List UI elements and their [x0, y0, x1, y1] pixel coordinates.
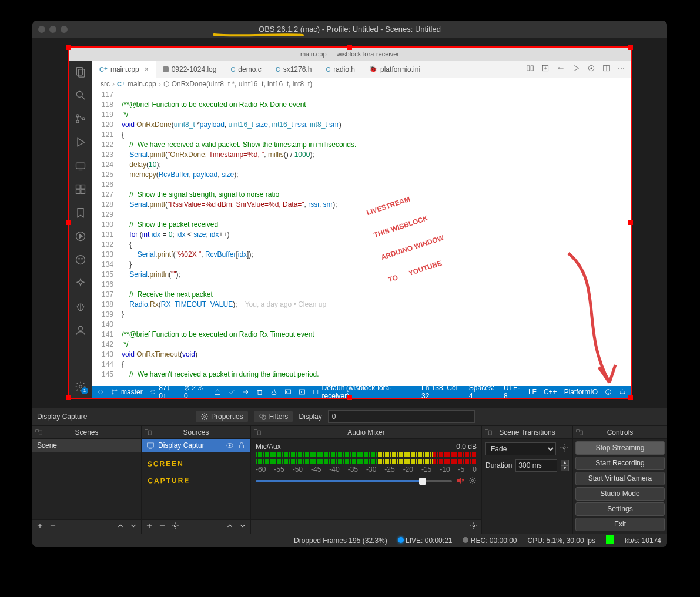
split-icon[interactable]	[602, 64, 611, 74]
pio-upload-icon[interactable]	[242, 388, 249, 395]
visibility-icon[interactable]	[226, 441, 234, 450]
pio-build-icon[interactable]	[228, 388, 235, 395]
filters-button[interactable]: Filters	[254, 411, 293, 422]
tab-label: platformio.ini	[380, 65, 420, 73]
svg-point-23	[79, 327, 83, 331]
tab-platformio-ini[interactable]: 🐞platformio.ini	[362, 61, 427, 78]
volume-slider[interactable]	[256, 480, 452, 482]
compare-icon[interactable]	[526, 64, 534, 74]
scene-item[interactable]: Scene	[32, 439, 141, 452]
resize-handle[interactable]	[628, 395, 633, 400]
breadcrumb-item[interactable]: src	[101, 80, 110, 88]
platformio-icon[interactable]	[74, 253, 87, 266]
new-window-icon[interactable]	[541, 64, 550, 74]
code-content[interactable]: /**@brief Function to be executed on Rad…	[122, 90, 631, 386]
mute-icon[interactable]	[455, 476, 465, 487]
resize-handle[interactable]	[347, 395, 352, 400]
live-status: LIVE: 00:00:21	[398, 536, 453, 545]
go-back-icon[interactable]	[557, 64, 565, 74]
add-icon[interactable]	[145, 522, 153, 532]
language-mode[interactable]: C++	[544, 388, 557, 396]
explorer-icon[interactable]	[74, 65, 87, 78]
remote-indicator[interactable]	[97, 388, 104, 395]
display-select[interactable]	[328, 410, 475, 423]
bell-icon[interactable]	[619, 388, 626, 395]
remove-icon[interactable]	[49, 522, 57, 532]
tab-main-cpp[interactable]: C⁺main.cpp×	[92, 61, 156, 78]
bookmark-icon[interactable]	[74, 206, 87, 219]
breadcrumb-item[interactable]: OnRxDone(uint8_t *, uint16_t, int16_t, i…	[172, 80, 312, 88]
sparkle-icon[interactable]	[74, 277, 87, 290]
pio-clean-icon[interactable]	[256, 388, 263, 395]
start-virtual-camera-button[interactable]: Start Virtual Camera	[575, 472, 665, 485]
audio-settings-icon[interactable]	[468, 477, 477, 487]
pio-monitor-icon[interactable]	[284, 388, 292, 395]
extensions-icon[interactable]	[74, 183, 87, 196]
resize-handle[interactable]	[628, 45, 633, 50]
breadcrumb-item[interactable]: main.cpp	[128, 80, 156, 88]
feedback-icon[interactable]	[605, 388, 612, 395]
indentation[interactable]: Spaces: 4	[469, 384, 497, 398]
pio-test-icon[interactable]	[270, 388, 277, 395]
platformio-status[interactable]: PlatformIO	[564, 388, 598, 396]
breadcrumb[interactable]: src› C⁺main.cpp› ⬡OnRxDone(uint8_t *, ui…	[92, 78, 631, 90]
sources-list[interactable]: Display Captur SCREEN CAPTURE	[142, 439, 250, 519]
tab-sx1276-h[interactable]: Csx1276.h	[269, 61, 319, 78]
tab-radio-h[interactable]: Cradio.h	[319, 61, 362, 78]
exit-button[interactable]: Exit	[575, 518, 665, 531]
run-debug-icon[interactable]	[74, 136, 87, 149]
duration-input[interactable]	[515, 459, 557, 472]
run-icon[interactable]	[572, 64, 580, 74]
scenes-list[interactable]: Scene	[32, 439, 141, 519]
pio-terminal-icon[interactable]	[299, 388, 306, 395]
resize-handle[interactable]	[66, 220, 71, 225]
eol[interactable]: LF	[528, 388, 537, 396]
close-icon[interactable]: ×	[145, 65, 149, 73]
pio-env[interactable]: Default (wisblock-lora-receiver)	[313, 384, 407, 398]
display-icon	[146, 441, 155, 450]
git-sync[interactable]: 87↓ 0↑	[150, 384, 177, 398]
move-up-icon[interactable]	[116, 522, 125, 532]
tab-demo-c[interactable]: Cdemo.c	[223, 61, 268, 78]
remove-icon[interactable]	[158, 522, 166, 532]
resize-handle[interactable]	[66, 395, 71, 400]
transition-settings-icon[interactable]	[560, 443, 569, 454]
source-item[interactable]: Display Captur	[142, 439, 250, 452]
bug-icon[interactable]	[74, 300, 87, 313]
settings-button[interactable]: Settings	[575, 502, 665, 516]
svg-rect-11	[81, 185, 85, 189]
studio-mode-button[interactable]: Studio Mode	[575, 487, 665, 501]
remote-icon[interactable]	[74, 159, 87, 172]
start-recording-button[interactable]: Start Recording	[575, 457, 665, 470]
source-control-icon[interactable]	[74, 112, 87, 125]
settings-icon[interactable]	[171, 522, 179, 532]
transition-select[interactable]: Fade	[485, 442, 556, 455]
resize-handle[interactable]	[66, 45, 71, 50]
move-up-icon[interactable]	[226, 522, 234, 532]
move-down-icon[interactable]	[129, 522, 138, 532]
pio-home-icon[interactable]	[214, 388, 221, 395]
account-icon[interactable]	[74, 324, 87, 337]
move-down-icon[interactable]	[239, 522, 247, 532]
git-branch[interactable]: master	[111, 388, 143, 396]
settings-gear-icon[interactable]: 1	[74, 380, 87, 393]
resize-handle[interactable]	[347, 45, 352, 50]
problems[interactable]: ⊘ 2 ⚠ 0	[184, 384, 207, 398]
play-circle-icon[interactable]	[74, 230, 87, 243]
debug-icon[interactable]	[587, 64, 595, 74]
stop-streaming-button[interactable]: Stop Streaming	[575, 441, 665, 455]
audio-advanced-icon[interactable]	[470, 522, 478, 532]
more-icon[interactable]: ⋯	[618, 64, 625, 74]
properties-button[interactable]: Properties	[196, 411, 248, 422]
tab-log[interactable]: 0922-1024.log	[156, 61, 224, 78]
preview-area[interactable]: main.cpp — wisblock-lora-receiver	[32, 38, 667, 408]
capture-bounding-box[interactable]: main.cpp — wisblock-lora-receiver	[68, 46, 632, 399]
resize-handle[interactable]	[628, 220, 633, 225]
duration-spinner[interactable]: ▲▼	[561, 460, 569, 471]
add-icon[interactable]	[36, 522, 44, 532]
lock-icon[interactable]	[237, 441, 246, 450]
encoding[interactable]: UTF-8	[504, 384, 521, 398]
cursor-position[interactable]: Ln 138, Col 32	[421, 384, 462, 398]
search-icon[interactable]	[74, 89, 87, 102]
code-editor[interactable]: 117 118 119 120 121 122 123 124 125 126 …	[92, 90, 631, 386]
